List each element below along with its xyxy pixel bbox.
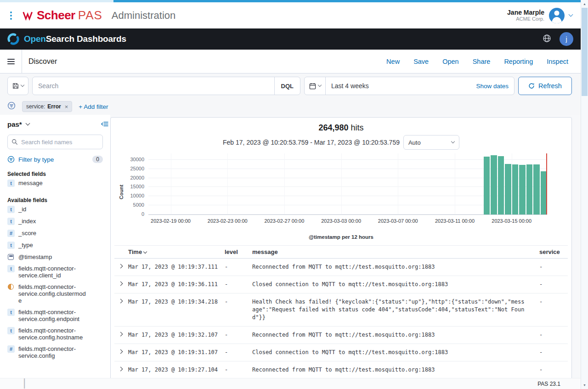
table-row: Mar 17, 2023 @ 10:19:32.107 - Reconnecte… <box>114 327 568 344</box>
field-item[interactable]: _type <box>7 239 103 251</box>
nav-action-link[interactable]: Reporting <box>504 58 533 65</box>
field-type-icon <box>7 327 15 334</box>
hamburger-menu-icon[interactable] <box>0 50 22 73</box>
opensearch-logo[interactable]: OpenSearch Dashboards <box>7 33 126 45</box>
field-search-group <box>7 135 103 149</box>
index-pattern-selector[interactable]: pas* <box>7 120 29 128</box>
field-type-icon <box>8 254 14 260</box>
field-item[interactable]: message <box>7 177 103 189</box>
breadcrumb[interactable]: Discover <box>28 57 57 66</box>
expand-row-button[interactable] <box>114 276 126 293</box>
refresh-button[interactable]: Refresh <box>518 77 572 95</box>
index-pattern-caret-icon <box>25 121 30 126</box>
field-item[interactable]: @timestamp <box>7 251 103 263</box>
time-range-value[interactable]: Last 4 weeks <box>326 82 369 90</box>
calendar-button[interactable] <box>305 77 326 95</box>
filter-bar: service: Error × + Add filter <box>0 98 581 115</box>
nav-action-link[interactable]: New <box>386 58 400 65</box>
histogram-plot[interactable]: 0500010000150002000025000300002023-02-19… <box>148 153 547 215</box>
scroll-down-button[interactable]: ▼ <box>581 381 588 389</box>
filter-by-type-button[interactable]: Filter by type 0 <box>7 156 103 163</box>
search-input[interactable] <box>38 77 274 95</box>
field-item[interactable]: fields.mqtt-connector-service.config.clu… <box>7 281 103 306</box>
field-item[interactable]: _score <box>7 227 103 239</box>
osd-user-avatar[interactable]: j <box>560 32 573 46</box>
field-name: fields.mqtt-connector-service.config <box>18 345 88 359</box>
available-fields-label: Available fields <box>7 197 103 203</box>
user-org: ACME Corp. <box>507 16 544 22</box>
show-dates-button[interactable]: Show dates <box>476 83 514 90</box>
user-menu-caret-icon[interactable] <box>569 12 573 17</box>
header-message[interactable]: message <box>250 246 528 258</box>
opensearch-title-rest: Search Dashboards <box>46 34 126 44</box>
scheer-mark-icon <box>22 11 33 21</box>
table-row: Mar 17, 2023 @ 10:19:27.104 - Reconnecte… <box>114 361 568 378</box>
chevron-right-icon <box>118 264 123 269</box>
nav-action-link[interactable]: Open <box>442 58 458 65</box>
query-language-button[interactable]: DQL <box>274 77 300 95</box>
content: pas* Filter by type 0 Selected fields <box>0 115 581 378</box>
cell-message: Reconnected from MQTT to mqtt://test.mos… <box>250 327 528 344</box>
collapse-sidebar-icon[interactable] <box>101 120 108 130</box>
main-area: 264,980 hits Feb 17, 2023 @ 10:20:53.759… <box>110 115 581 378</box>
header-time[interactable]: Time <box>126 246 223 258</box>
scrollbar-thumb[interactable] <box>582 8 588 96</box>
chevron-right-icon <box>118 332 123 337</box>
interval-caret-icon <box>451 140 455 143</box>
field-search-input[interactable] <box>21 139 99 146</box>
sort-desc-icon[interactable] <box>143 250 147 254</box>
saved-query-button[interactable] <box>7 77 28 95</box>
date-picker-group: Last 4 weeks Show dates <box>304 77 514 95</box>
index-pattern-name: pas* <box>7 120 22 128</box>
scroll-up-button[interactable]: ▲ <box>581 0 588 8</box>
table-row: Mar 17, 2023 @ 10:19:37.111 - Reconnecte… <box>114 259 568 276</box>
top-nav: Discover New Save Open Share Reporting I… <box>0 50 581 73</box>
nav-action-link[interactable]: Save <box>413 58 429 65</box>
cell-time: Mar 17, 2023 @ 10:19:31.107 <box>126 344 223 361</box>
expand-row-button[interactable] <box>114 344 126 361</box>
nav-action-link[interactable]: Share <box>473 58 491 65</box>
add-filter-button[interactable]: + Add filter <box>79 103 108 110</box>
filter-icon[interactable] <box>7 101 16 112</box>
vertical-scrollbar[interactable]: ▲ ▼ <box>581 0 588 389</box>
field-item[interactable]: _index <box>7 215 103 227</box>
globe-icon[interactable] <box>543 34 551 45</box>
header-level[interactable]: level <box>223 246 250 258</box>
cell-message: Reconnected from MQTT to mqtt://test.mos… <box>250 361 528 378</box>
cell-time: Mar 17, 2023 @ 10:19:32.107 <box>126 327 223 344</box>
field-item[interactable]: fields.mqtt-connector-service.client_id <box>7 263 103 281</box>
field-item[interactable]: fields.mqtt-connector-service.config <box>7 343 103 361</box>
field-item[interactable]: _id <box>7 203 103 215</box>
results-table: Time level message service Mar 17, 2023 … <box>114 245 568 378</box>
field-type-icon <box>7 265 15 272</box>
nav-action-link[interactable]: Inspect <box>547 58 568 65</box>
field-name: _score <box>18 230 36 237</box>
field-type-icon <box>7 309 15 316</box>
header-service[interactable]: service <box>528 246 568 258</box>
filter-type-count-badge: 0 <box>92 156 103 163</box>
app-menu-icon[interactable] <box>6 11 16 20</box>
user-menu[interactable]: Jane Marple ACME Corp. <box>507 8 572 23</box>
expand-row-button[interactable] <box>114 361 126 378</box>
expand-row-button[interactable] <box>114 293 126 326</box>
field-item[interactable]: fields.mqtt-connector-service.config.end… <box>7 306 103 325</box>
hits-number: 264,980 <box>318 123 348 132</box>
filter-field: service: <box>26 103 45 110</box>
filter-remove-icon[interactable]: × <box>65 103 68 110</box>
interval-select[interactable]: Auto <box>403 135 459 150</box>
expand-row-button[interactable] <box>114 327 126 344</box>
chart-range-row: Feb 17, 2023 @ 10:20:53.759 - Mar 17, 20… <box>114 135 568 150</box>
chart-time-range: Feb 17, 2023 @ 10:20:53.759 - Mar 17, 20… <box>223 139 400 146</box>
calendar-icon <box>309 83 316 90</box>
cell-time: Mar 17, 2023 @ 10:19:37.111 <box>126 259 223 276</box>
nav-actions: New Save Open Share Reporting Inspect <box>386 58 581 65</box>
filter-value: Error <box>47 103 61 110</box>
filter-by-type-label: Filter by type <box>18 156 54 163</box>
interval-value: Auto <box>408 139 421 146</box>
opensearch-title-open: Open <box>24 34 46 44</box>
field-item[interactable]: fields.mqtt-connector-service.config.hos… <box>7 325 103 343</box>
filter-pill[interactable]: service: Error × <box>22 101 72 112</box>
expand-row-button[interactable] <box>114 259 126 276</box>
user-avatar-icon[interactable] <box>549 8 565 23</box>
footer: PAS 23.1 <box>0 378 581 389</box>
